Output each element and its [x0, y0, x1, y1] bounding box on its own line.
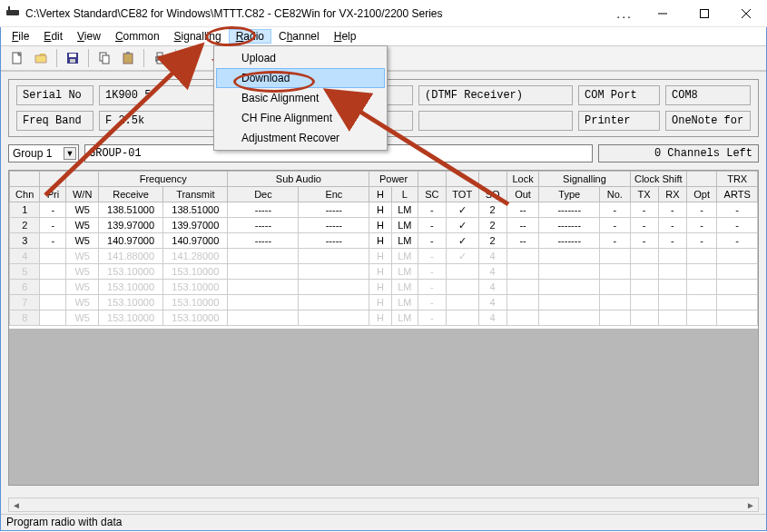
horizontal-scrollbar[interactable]: ◄ ► — [8, 498, 759, 512]
cell-pri[interactable]: - — [40, 233, 66, 249]
scroll-left-icon[interactable]: ◄ — [9, 498, 24, 511]
open-icon[interactable] — [30, 48, 52, 68]
cell-tx[interactable]: 140.97000 — [163, 233, 228, 249]
cell-arts[interactable]: - — [717, 233, 758, 249]
col-dec[interactable]: Dec — [228, 187, 299, 202]
cell-tot[interactable]: ✓ — [446, 233, 478, 249]
print-icon[interactable] — [149, 48, 171, 68]
menu-item-upload[interactable]: Upload — [216, 48, 385, 68]
cell-wn[interactable]: W5 — [66, 233, 99, 249]
cell-out[interactable]: -- — [506, 233, 539, 249]
cell-sc[interactable]: - — [418, 218, 446, 233]
menu-help[interactable]: Help — [327, 29, 364, 44]
cell-type[interactable]: ------- — [539, 202, 600, 218]
col-opt[interactable]: Opt — [686, 187, 716, 202]
cell-l[interactable]: LM — [391, 233, 418, 249]
menu-file[interactable]: File — [5, 29, 36, 44]
col-pri[interactable]: Pri — [40, 187, 66, 202]
col-chn[interactable]: Chn — [10, 187, 40, 202]
col-receive[interactable]: Receive — [98, 187, 162, 202]
cell-chn[interactable]: 3 — [10, 233, 40, 249]
cell-rx[interactable]: 140.97000 — [98, 233, 162, 249]
window-overflow[interactable]: ... — [607, 6, 642, 21]
col-transmit[interactable]: Transmit — [163, 187, 228, 202]
col-type[interactable]: Type — [539, 187, 600, 202]
cell-t[interactable]: - — [630, 202, 658, 218]
cell-r[interactable]: - — [658, 202, 686, 218]
menu-item-adjustment-recover[interactable]: Adjustment Recover — [216, 128, 385, 148]
close-button[interactable] — [725, 0, 767, 27]
cell-r[interactable]: - — [658, 218, 686, 233]
cell-enc[interactable]: ----- — [299, 233, 369, 249]
copy-icon[interactable] — [93, 48, 115, 68]
cell-no[interactable]: - — [600, 218, 630, 233]
upload-icon[interactable] — [181, 48, 202, 68]
menu-item-ch-fine-alignment[interactable]: CH Fine Alignment — [216, 108, 385, 128]
cell-enc[interactable]: ----- — [299, 218, 369, 233]
menu-channel[interactable]: Channel — [271, 29, 327, 44]
col-no.[interactable]: No. — [600, 187, 630, 202]
cell-type[interactable]: ------- — [539, 233, 600, 249]
col-tot[interactable]: TOT — [446, 187, 478, 202]
cell-arts[interactable]: - — [717, 202, 758, 218]
col-sq[interactable]: SQ — [478, 187, 506, 202]
cell-l[interactable]: LM — [391, 218, 418, 233]
cell-tot[interactable]: ✓ — [446, 202, 478, 218]
cell-wn[interactable]: W5 — [66, 202, 99, 218]
maximize-button[interactable] — [683, 0, 725, 27]
menu-item-download[interactable]: Download — [216, 68, 385, 88]
cell-dec[interactable]: ----- — [228, 218, 299, 233]
cell-no[interactable]: - — [600, 202, 630, 218]
paste-icon[interactable] — [117, 48, 139, 68]
cell-arts[interactable]: - — [717, 218, 758, 233]
cell-opt[interactable]: - — [686, 202, 716, 218]
cell-wn[interactable]: W5 — [66, 218, 99, 233]
table-row[interactable]: 1-W5138.51000138.51000----------HLM-✓2--… — [10, 202, 758, 218]
cell-type[interactable]: ------- — [539, 218, 600, 233]
menu-item-basic-alignment[interactable]: Basic Alignment — [216, 88, 385, 108]
cell-sc[interactable]: - — [418, 233, 446, 249]
cell-dec[interactable]: ----- — [228, 202, 299, 218]
cell-opt[interactable]: - — [686, 218, 716, 233]
cell-opt[interactable]: - — [686, 233, 716, 249]
col-h[interactable]: H — [369, 187, 391, 202]
col-l[interactable]: L — [391, 187, 418, 202]
col-tx[interactable]: TX — [630, 187, 658, 202]
minimize-button[interactable] — [642, 0, 683, 27]
cell-tx[interactable]: 138.51000 — [163, 202, 228, 218]
cell-rx[interactable]: 139.97000 — [98, 218, 162, 233]
cell-h[interactable]: H — [369, 233, 391, 249]
cell-enc[interactable]: ----- — [299, 202, 369, 218]
cell-dec[interactable]: ----- — [228, 233, 299, 249]
cell-l[interactable]: LM — [391, 202, 418, 218]
col-arts[interactable]: ARTS — [717, 187, 758, 202]
cell-rx[interactable]: 138.51000 — [98, 202, 162, 218]
cell-no[interactable]: - — [600, 233, 630, 249]
cell-h[interactable]: H — [369, 218, 391, 233]
cell-t[interactable]: - — [630, 233, 658, 249]
cell-sq[interactable]: 2 — [478, 218, 506, 233]
cell-sq[interactable]: 2 — [478, 202, 506, 218]
menu-radio[interactable]: Radio — [229, 29, 271, 44]
cell-h[interactable]: H — [369, 202, 391, 218]
table-row[interactable]: 3-W5140.97000140.97000----------HLM-✓2--… — [10, 233, 758, 249]
cell-pri[interactable]: - — [40, 202, 66, 218]
cell-tot[interactable]: ✓ — [446, 218, 478, 233]
col-rx[interactable]: RX — [658, 187, 686, 202]
col-w/n[interactable]: W/N — [66, 187, 99, 202]
cell-r[interactable]: - — [658, 233, 686, 249]
menu-common[interactable]: Common — [108, 29, 167, 44]
col-sc[interactable]: SC — [418, 187, 446, 202]
cell-chn[interactable]: 2 — [10, 218, 40, 233]
scroll-right-icon[interactable]: ► — [743, 498, 758, 511]
menu-edit[interactable]: Edit — [36, 29, 70, 44]
save-icon[interactable] — [62, 48, 84, 68]
table-row[interactable]: 2-W5139.97000139.97000----------HLM-✓2--… — [10, 218, 758, 233]
cell-chn[interactable]: 1 — [10, 202, 40, 218]
cell-sc[interactable]: - — [418, 202, 446, 218]
cell-sq[interactable]: 2 — [478, 233, 506, 249]
group-combo[interactable]: Group 1 ▼ — [8, 144, 79, 163]
col-enc[interactable]: Enc — [299, 187, 369, 202]
cell-pri[interactable]: - — [40, 218, 66, 233]
cell-out[interactable]: -- — [506, 202, 539, 218]
